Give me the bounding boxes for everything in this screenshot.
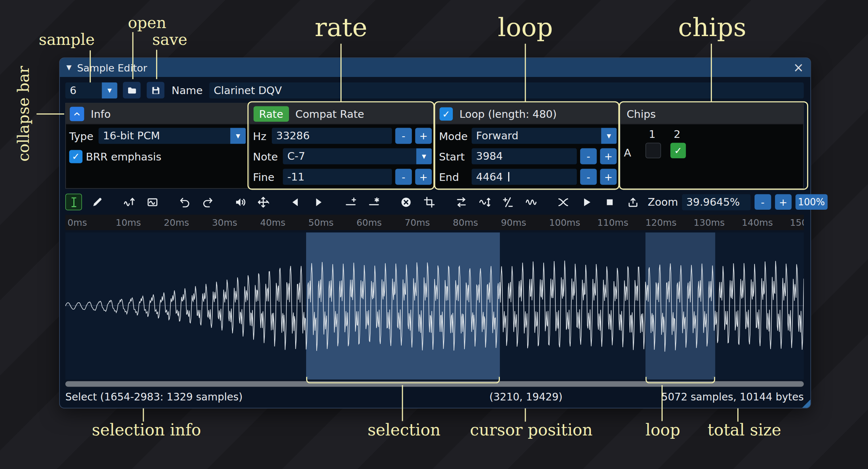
brr-label: BRR emphasis: [86, 150, 161, 162]
name-label: Name: [171, 84, 202, 96]
chevron-down-icon[interactable]: ▼: [416, 148, 432, 164]
annotation-open-label: open: [128, 14, 166, 32]
annotation-save-label: save: [152, 30, 187, 49]
draw-mode-button[interactable]: [89, 194, 105, 210]
chevron-down-icon[interactable]: ▼: [102, 82, 117, 98]
rate-header: Rate Compat Rate: [250, 104, 435, 125]
hz-input[interactable]: 33286: [272, 128, 392, 144]
waveform-scrollbar[interactable]: [65, 381, 804, 387]
panels-strip: Info Type 16-bit PCM ▼ ✓ BRR emphasis: [65, 103, 804, 189]
selection-info-text: Select (1654-2983: 1329 samples): [65, 391, 243, 403]
upload-icon: [627, 196, 639, 208]
loop-end-input[interactable]: 4464: [472, 169, 577, 185]
ruler-tick-label: 0ms: [67, 217, 87, 228]
hz-minus-button[interactable]: -: [395, 128, 412, 144]
loop-end-minus-button[interactable]: -: [580, 169, 597, 185]
insert-silence-button[interactable]: [342, 194, 359, 210]
export-button[interactable]: [624, 194, 641, 210]
loop-start-row: Start 3984 - +: [439, 148, 617, 164]
ruler-tick-label: 50ms: [308, 217, 333, 228]
create-wavetable-button[interactable]: [144, 194, 161, 210]
zoom-in-button[interactable]: +: [775, 194, 792, 210]
reverse-button[interactable]: [453, 194, 470, 210]
wave-flip-icon: [479, 196, 490, 208]
info-panel: Info Type 16-bit PCM ▼ ✓ BRR emphasis: [66, 104, 250, 188]
fine-minus-button[interactable]: -: [395, 169, 412, 185]
chip-column-2: 2: [674, 128, 680, 140]
resample-button[interactable]: [121, 194, 138, 210]
chevron-up-icon: [73, 109, 81, 118]
waveform-area[interactable]: [65, 232, 804, 380]
window-collapse-icon[interactable]: ▼: [66, 63, 72, 71]
title-bar[interactable]: ▼ Sample Editor ×: [60, 58, 810, 77]
scrollbar-thumb[interactable]: [65, 381, 804, 387]
chevron-down-icon[interactable]: ▼: [230, 128, 246, 144]
save-button[interactable]: [147, 82, 165, 99]
name-input[interactable]: Clarinet DQV: [209, 82, 804, 98]
fine-input[interactable]: -11: [283, 169, 392, 185]
redo-button[interactable]: [199, 194, 216, 210]
chip-2-checkbox[interactable]: ✓: [670, 143, 686, 158]
annotation-collapse-bar-label: collapse bar: [14, 63, 33, 164]
ruler-tick-label: 90ms: [501, 217, 526, 228]
preview-stop-button[interactable]: [601, 194, 618, 210]
type-row: Type 16-bit PCM ▼: [69, 128, 246, 144]
zoom-out-button[interactable]: -: [755, 194, 771, 210]
loop-end-row: End 4464 - +: [439, 169, 617, 185]
preview-play-button[interactable]: [578, 194, 595, 210]
loop-end-label: End: [439, 171, 468, 183]
normalize-button[interactable]: [255, 194, 271, 210]
fade-out-button[interactable]: [310, 194, 327, 210]
mode-row: Mode Forward ▼: [439, 128, 617, 144]
hz-plus-button[interactable]: +: [415, 128, 432, 144]
sample-select[interactable]: 6 ▼: [65, 82, 117, 98]
invert-button[interactable]: [476, 194, 493, 210]
loop-start-input[interactable]: 3984: [472, 148, 577, 164]
type-dropdown[interactable]: 16-bit PCM ▼: [99, 128, 246, 144]
ruler-tick-label: 110ms: [597, 217, 628, 228]
chip-row-a-label: A: [624, 147, 631, 159]
wavetable-icon: [146, 196, 158, 208]
loop-start-minus-button[interactable]: -: [580, 148, 597, 164]
chip-1-checkbox[interactable]: [645, 143, 661, 158]
ruler-tick-label: 60ms: [356, 217, 382, 228]
collapse-bar-button[interactable]: [70, 106, 84, 121]
undo-button[interactable]: [176, 194, 193, 210]
resize-grip[interactable]: [802, 399, 810, 408]
open-button[interactable]: [123, 82, 141, 99]
trim-button[interactable]: [421, 194, 437, 210]
annotation-total-size-label: total size: [707, 420, 781, 439]
hz-label: Hz: [253, 130, 268, 142]
brr-checkbox[interactable]: ✓: [69, 150, 82, 163]
info-title: Info: [91, 108, 111, 120]
sine-wave-icon: [525, 196, 537, 208]
loop-start-plus-button[interactable]: +: [600, 148, 617, 164]
loop-checkbox[interactable]: ✓: [440, 107, 453, 120]
sign-convert-button[interactable]: [499, 194, 516, 210]
rate-mode-button[interactable]: Rate: [254, 106, 289, 121]
note-label: Note: [253, 150, 279, 162]
status-bar: Select (1654-2983: 1329 samples) (3210, …: [65, 389, 804, 405]
zoom-reset-button[interactable]: 100%: [795, 194, 828, 210]
cross-lines-icon: [557, 196, 569, 208]
amplify-button[interactable]: [231, 194, 248, 210]
select-mode-button[interactable]: [65, 194, 82, 210]
delete-button[interactable]: [397, 194, 414, 210]
loop-end-plus-button[interactable]: +: [600, 169, 617, 185]
fade-in-button[interactable]: [287, 194, 304, 210]
chevron-down-icon[interactable]: ▼: [601, 128, 617, 144]
note-dropdown[interactable]: C-7 ▼: [283, 148, 432, 164]
loop-mode-dropdown[interactable]: Forward ▼: [472, 128, 617, 144]
crop-icon: [423, 196, 435, 208]
apply-silence-button[interactable]: [365, 194, 382, 210]
top-row: 6 ▼ Name Clarinet DQV: [65, 82, 804, 99]
close-button[interactable]: ×: [793, 61, 804, 74]
zoom-input[interactable]: 39.9645%: [682, 194, 751, 210]
filter-button[interactable]: [522, 194, 539, 210]
type-value: 16-bit PCM: [99, 128, 165, 144]
ruler-tick-label: 130ms: [694, 217, 725, 228]
ruler-tick-label: 30ms: [212, 217, 237, 228]
fine-plus-button[interactable]: +: [415, 169, 432, 185]
crossfade-button[interactable]: [555, 194, 571, 210]
fine-label: Fine: [253, 171, 279, 183]
